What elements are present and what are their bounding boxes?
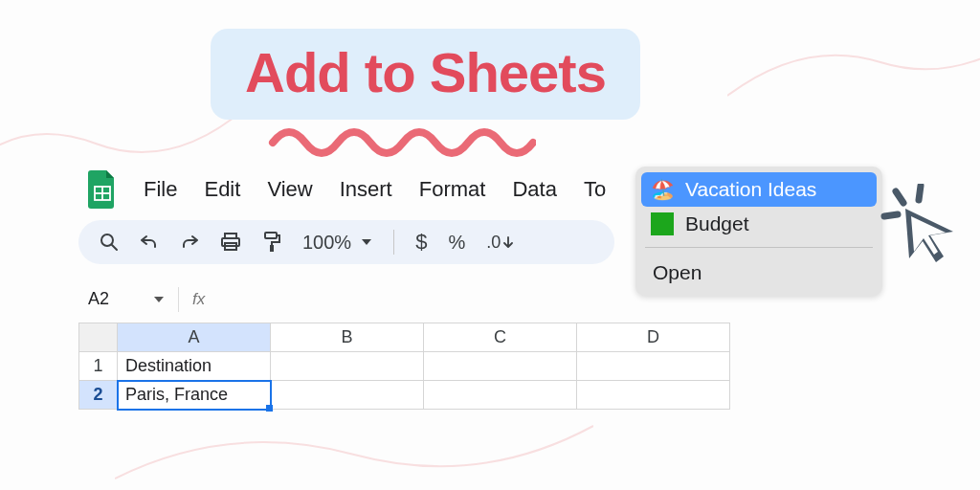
svg-line-12 xyxy=(884,214,898,216)
svg-line-10 xyxy=(896,191,903,203)
popup-item-label: Vacation Ideas xyxy=(685,178,816,201)
cell-d2[interactable] xyxy=(577,381,730,410)
popup-item-budget[interactable]: Budget xyxy=(641,207,877,241)
sheets-logo-icon xyxy=(88,170,117,209)
paint-format-icon[interactable] xyxy=(262,232,281,253)
popup-open[interactable]: Open xyxy=(641,254,877,290)
popup-item-label: Budget xyxy=(685,212,749,235)
menu-format[interactable]: Format xyxy=(419,177,486,202)
print-icon[interactable] xyxy=(220,233,241,252)
col-header-b[interactable]: B xyxy=(271,323,424,352)
menu-view[interactable]: View xyxy=(267,177,312,202)
search-icon[interactable] xyxy=(100,233,119,252)
title-pill: Add to Sheets xyxy=(211,29,640,120)
menu-edit[interactable]: Edit xyxy=(204,177,240,202)
currency-button[interactable]: $ xyxy=(415,230,427,255)
row-header-2[interactable]: 2 xyxy=(79,381,118,410)
toolbar: 100% $ % .0 xyxy=(78,220,614,264)
fx-label: fx xyxy=(192,290,205,309)
svg-line-11 xyxy=(919,186,921,200)
col-header-a[interactable]: A xyxy=(118,323,271,352)
green-square-icon xyxy=(651,212,674,235)
menu-file[interactable]: File xyxy=(144,177,177,202)
caret-down-icon xyxy=(361,237,372,247)
undo-icon[interactable] xyxy=(140,233,159,252)
popup-item-vacation[interactable]: 🏖️ Vacation Ideas xyxy=(641,172,877,207)
svg-point-3 xyxy=(101,234,113,246)
cell-a1[interactable]: Destination xyxy=(118,352,271,381)
menu-insert[interactable]: Insert xyxy=(340,177,392,202)
zoom-dropdown[interactable]: 100% xyxy=(302,232,372,254)
zoom-value: 100% xyxy=(302,232,351,254)
svg-line-4 xyxy=(112,245,117,250)
menu-data[interactable]: Data xyxy=(512,177,556,202)
select-all-corner[interactable] xyxy=(79,323,118,352)
svg-rect-8 xyxy=(265,233,277,238)
cell-reference: A2 xyxy=(88,289,109,309)
redo-icon[interactable] xyxy=(180,233,199,252)
row-header-1[interactable]: 1 xyxy=(79,352,118,381)
context-popup: 🏖️ Vacation Ideas Budget Open xyxy=(635,167,882,296)
col-header-d[interactable]: D xyxy=(577,323,730,352)
popup-separator xyxy=(645,247,873,248)
title-text: Add to Sheets xyxy=(245,40,606,104)
cell-d1[interactable] xyxy=(577,352,730,381)
caret-down-icon xyxy=(153,295,165,304)
cell-a2[interactable]: Paris, France xyxy=(118,381,271,410)
popup-open-label: Open xyxy=(653,261,702,283)
cell-c1[interactable] xyxy=(424,352,577,381)
squiggle-underline xyxy=(268,119,536,157)
spreadsheet-grid[interactable]: A B C D 1 Destination 2 Paris, France xyxy=(78,323,730,410)
separator xyxy=(178,287,179,312)
click-cursor-icon xyxy=(879,184,965,274)
cell-c2[interactable] xyxy=(424,381,577,410)
beach-umbrella-icon: 🏖️ xyxy=(651,178,674,201)
menu-tools[interactable]: To xyxy=(584,177,606,202)
cell-b2[interactable] xyxy=(271,381,424,410)
toolbar-separator xyxy=(393,230,394,255)
col-header-c[interactable]: C xyxy=(424,323,577,352)
cell-b1[interactable] xyxy=(271,352,424,381)
percent-button[interactable]: % xyxy=(448,232,465,254)
name-box[interactable]: A2 xyxy=(78,283,174,315)
decrease-decimal-icon[interactable]: .0 xyxy=(486,233,514,253)
svg-rect-9 xyxy=(270,245,274,252)
